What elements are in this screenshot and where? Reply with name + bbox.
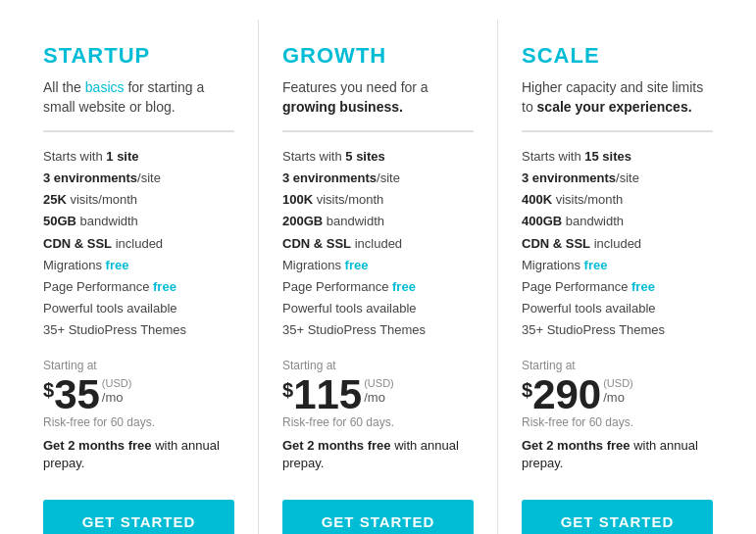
- plan-card-growth: GROWTHFeatures you need for a growing bu…: [259, 20, 498, 534]
- price-row: $115(USD)/mo: [282, 374, 474, 415]
- plan-divider: [43, 130, 234, 132]
- per-month-label: /mo: [102, 391, 132, 404]
- price-amount: 35: [54, 374, 100, 415]
- feature-item: CDN & SSL included: [282, 233, 474, 255]
- feature-item: Page Performance free: [282, 276, 474, 298]
- feature-item: 200GB bandwidth: [282, 211, 474, 232]
- plan-title-startup: STARTUP: [43, 43, 234, 69]
- feature-item: CDN & SSL included: [522, 233, 713, 255]
- price-right-side: (USD)/mo: [603, 374, 633, 404]
- dollar-sign: $: [522, 380, 532, 400]
- dollar-sign: $: [43, 380, 54, 400]
- feature-item: Migrations free: [282, 255, 474, 276]
- feature-item: 400GB bandwidth: [522, 211, 713, 232]
- feature-item: Starts with 5 sites: [282, 146, 474, 168]
- price-row: $35(USD)/mo: [43, 374, 234, 415]
- dollar-sign: $: [282, 380, 293, 400]
- risk-free-label: Risk-free for 60 days.: [43, 415, 234, 429]
- plan-divider: [282, 130, 474, 132]
- price-amount: 290: [532, 374, 601, 415]
- risk-free-label: Risk-free for 60 days.: [522, 415, 713, 429]
- get-started-button-growth[interactable]: GET STARTED: [282, 500, 474, 534]
- pricing-section-growth: Starting at$115(USD)/moRisk-free for 60 …: [282, 359, 474, 488]
- get-started-button-startup[interactable]: GET STARTED: [43, 500, 234, 534]
- feature-item: Powerful tools available: [282, 298, 474, 319]
- price-row: $290(USD)/mo: [522, 374, 713, 415]
- price-right-side: (USD)/mo: [102, 374, 132, 404]
- feature-item: 3 environments/site: [43, 168, 234, 189]
- risk-free-label: Risk-free for 60 days.: [282, 415, 474, 429]
- plan-card-startup: STARTUPAll the basics for starting a sma…: [20, 20, 259, 534]
- feature-item: Migrations free: [43, 255, 234, 276]
- annual-promo: Get 2 months free with annual prepay.: [282, 437, 474, 472]
- feature-item: 25K visits/month: [43, 189, 234, 211]
- pricing-section-scale: Starting at$290(USD)/moRisk-free for 60 …: [522, 359, 713, 488]
- plan-card-scale: SCALEHigher capacity and site limits to …: [498, 20, 736, 534]
- plans-container: STARTUPAll the basics for starting a sma…: [20, 20, 736, 534]
- usd-label: (USD): [364, 378, 394, 389]
- feature-item: 35+ StudioPress Themes: [282, 319, 474, 341]
- feature-item: 400K visits/month: [522, 189, 713, 211]
- usd-label: (USD): [603, 378, 633, 389]
- pricing-section-startup: Starting at$35(USD)/moRisk-free for 60 d…: [43, 359, 234, 488]
- feature-item: Powerful tools available: [522, 298, 713, 319]
- feature-item: Migrations free: [522, 255, 713, 276]
- starting-at-label: Starting at: [43, 359, 234, 372]
- feature-item: Page Performance free: [522, 276, 713, 298]
- plan-subtitle-growth: Features you need for a growing business…: [282, 78, 474, 117]
- plan-subtitle-scale: Higher capacity and site limits to scale…: [522, 78, 713, 117]
- get-started-button-scale[interactable]: GET STARTED: [522, 500, 713, 534]
- feature-item: Powerful tools available: [43, 298, 234, 319]
- plan-features-scale: Starts with 15 sites3 environments/site4…: [522, 146, 713, 341]
- feature-item: Page Performance free: [43, 276, 234, 298]
- feature-item: 35+ StudioPress Themes: [43, 319, 234, 341]
- feature-item: CDN & SSL included: [43, 233, 234, 255]
- feature-item: Starts with 15 sites: [522, 146, 713, 168]
- feature-item: 100K visits/month: [282, 189, 474, 211]
- annual-promo: Get 2 months free with annual prepay.: [522, 437, 713, 472]
- plan-title-growth: GROWTH: [282, 43, 474, 69]
- per-month-label: /mo: [603, 391, 633, 404]
- price-amount: 115: [293, 374, 362, 415]
- plan-features-growth: Starts with 5 sites3 environments/site10…: [282, 146, 474, 341]
- plan-subtitle-startup: All the basics for starting a small webs…: [43, 78, 234, 117]
- starting-at-label: Starting at: [522, 359, 713, 372]
- feature-item: 35+ StudioPress Themes: [522, 319, 713, 341]
- plan-divider: [522, 130, 713, 132]
- price-right-side: (USD)/mo: [364, 374, 394, 404]
- feature-item: Starts with 1 site: [43, 146, 234, 168]
- per-month-label: /mo: [364, 391, 394, 404]
- usd-label: (USD): [102, 378, 132, 389]
- feature-item: 3 environments/site: [282, 168, 474, 189]
- plan-title-scale: SCALE: [522, 43, 713, 69]
- feature-item: 3 environments/site: [522, 168, 713, 189]
- plan-features-startup: Starts with 1 site3 environments/site25K…: [43, 146, 234, 341]
- annual-promo: Get 2 months free with annual prepay.: [43, 437, 234, 472]
- feature-item: 50GB bandwidth: [43, 211, 234, 232]
- starting-at-label: Starting at: [282, 359, 474, 372]
